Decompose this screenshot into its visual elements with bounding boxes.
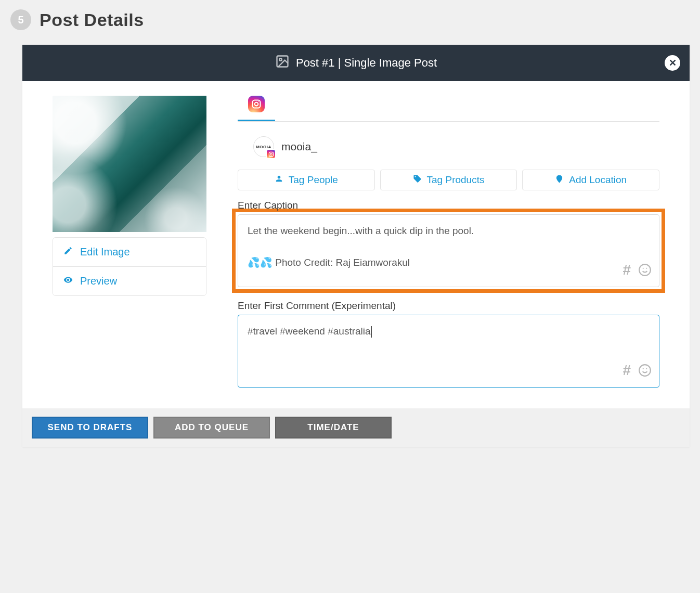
post-card: Post #1 | Single Image Post ✕ Edit Image: [22, 45, 690, 447]
add-location-label: Add Location: [569, 174, 627, 186]
first-comment-label: Enter First Comment (Experimental): [238, 300, 659, 312]
svg-point-4: [258, 101, 259, 102]
svg-point-6: [270, 153, 272, 155]
card-footer: SEND TO DRAFTS ADD TO QUEUE TIME/DATE: [22, 408, 690, 447]
preview-label: Preview: [80, 275, 117, 287]
add-location-button[interactable]: Add Location: [522, 170, 659, 190]
caption-input[interactable]: Let the weekend begin...with a quick dip…: [238, 214, 659, 287]
svg-point-1: [279, 58, 282, 61]
instagram-badge-icon: [266, 149, 276, 159]
add-to-queue-button[interactable]: ADD TO QUEUE: [153, 417, 270, 439]
image-icon: [275, 54, 290, 72]
svg-rect-5: [269, 152, 273, 156]
tag-people-label: Tag People: [289, 174, 338, 186]
svg-point-11: [639, 365, 651, 376]
text-caret: [371, 326, 372, 338]
hashtag-icon[interactable]: #: [623, 263, 631, 281]
time-date-button[interactable]: TIME/DATE: [275, 417, 392, 439]
send-to-drafts-button[interactable]: SEND TO DRAFTS: [32, 417, 148, 439]
svg-point-10: [646, 267, 647, 268]
tag-people-button[interactable]: Tag People: [238, 170, 375, 190]
section-header: 5 Post Details: [10, 9, 690, 30]
preview-button[interactable]: Preview: [53, 266, 206, 295]
first-comment-input[interactable]: #travel #weekend #australia #: [238, 315, 659, 388]
caption-line-2: 💦💦 Photo Credit: Raj Eiamworakul: [248, 255, 650, 270]
person-icon: [275, 174, 283, 186]
svg-point-13: [646, 368, 647, 369]
hashtag-icon[interactable]: #: [623, 364, 631, 382]
eye-icon: [63, 275, 73, 287]
tag-icon: [413, 174, 422, 186]
account-name: mooia_: [281, 140, 317, 153]
card-title: Post #1 | Single Image Post: [296, 56, 437, 70]
edit-image-label: Edit Image: [80, 246, 130, 258]
location-pin-icon: [555, 174, 564, 186]
page-title: Post Details: [40, 10, 144, 30]
first-comment-value: #travel #weekend #australia: [248, 326, 371, 337]
tag-products-button[interactable]: Tag Products: [380, 170, 517, 190]
svg-point-9: [643, 267, 644, 268]
caption-line-1: Let the weekend begin...with a quick dip…: [248, 223, 650, 239]
svg-rect-2: [253, 100, 261, 108]
edit-image-button[interactable]: Edit Image: [53, 238, 206, 266]
tab-instagram[interactable]: [238, 96, 275, 121]
emoji-icon[interactable]: [638, 364, 652, 382]
pencil-icon: [63, 246, 73, 258]
step-badge: 5: [10, 9, 31, 30]
avatar: MOOIA: [253, 136, 274, 157]
close-button[interactable]: ✕: [665, 55, 680, 71]
card-header: Post #1 | Single Image Post ✕: [22, 45, 690, 81]
network-tabs: [238, 96, 659, 122]
tag-products-label: Tag Products: [427, 174, 485, 186]
account-row: MOOIA mooia_: [238, 134, 659, 170]
emoji-icon[interactable]: [638, 263, 652, 281]
caption-highlight: Let the weekend begin...with a quick dip…: [232, 209, 665, 293]
instagram-icon: [248, 96, 265, 112]
svg-point-7: [559, 177, 561, 179]
svg-point-8: [639, 264, 651, 276]
svg-point-12: [643, 368, 644, 369]
post-image-preview: [53, 96, 206, 232]
svg-point-3: [255, 102, 258, 106]
